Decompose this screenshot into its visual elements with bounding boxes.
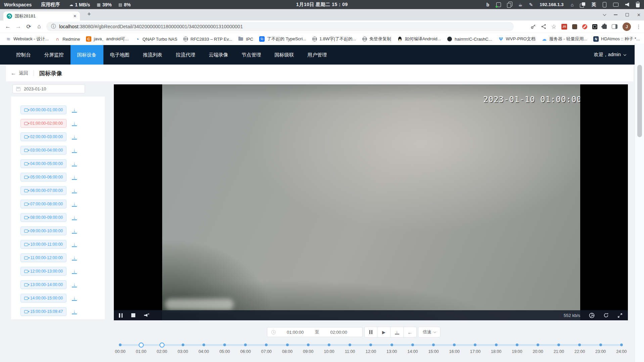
segment-button[interactable]: 11:00:00-12:00:00	[20, 253, 66, 262]
tab-close-icon[interactable]: ✕	[73, 14, 77, 18]
workspaces-button[interactable]: Workspaces	[4, 2, 32, 7]
fullscreen-icon[interactable]	[617, 313, 623, 318]
timeline-hour-dot[interactable]	[516, 344, 518, 346]
bookmark-item[interactable]: ☁ 服务器 - 轻量应用...	[539, 36, 590, 42]
nav-cloud-recording[interactable]: 云端录像	[202, 45, 235, 65]
snapshot-aperture-icon[interactable]	[589, 313, 595, 318]
bookmark-item[interactable]: Ψ WVP-PRO文档	[495, 36, 539, 42]
pause-icon[interactable]	[119, 313, 123, 318]
site-info-icon[interactable]: ⓘ	[51, 24, 56, 30]
timeline-hour-dot[interactable]	[119, 344, 122, 346]
forward-button[interactable]: →	[13, 23, 24, 30]
nav-pull-stream-proxy[interactable]: 拉流代理	[169, 45, 202, 65]
download-segment-icon[interactable]: ↓	[72, 296, 77, 301]
pause-button[interactable]	[364, 327, 377, 337]
timeline-hour-dot[interactable]	[432, 344, 435, 346]
extensions-puzzle-icon[interactable]	[602, 25, 607, 29]
segment-button[interactable]: 06:00:00-07:00:00	[20, 186, 66, 195]
start-time-value[interactable]: 01:00:00	[276, 330, 315, 335]
adblocker-icon[interactable]	[582, 24, 587, 29]
screenshot-extension-icon[interactable]	[592, 24, 597, 29]
timeline-hour-dot[interactable]	[265, 344, 268, 346]
download-segment-icon[interactable]: ↓	[72, 242, 77, 247]
timeline-hour-dot[interactable]	[349, 344, 351, 346]
bookmark-item[interactable]: 知 了不起的 TypeScri...	[256, 36, 309, 42]
bookmark-item[interactable]: N HDAtmos :: 种子 *...	[590, 36, 643, 42]
back-button[interactable]: ←	[3, 23, 13, 30]
applications-menu[interactable]: 应用程序	[41, 2, 60, 8]
timeline-hour-dot[interactable]	[390, 344, 393, 346]
timeline-hour-dot[interactable]	[286, 344, 289, 346]
nav-user-management[interactable]: 用户管理	[301, 45, 334, 65]
download-segment-icon[interactable]: ↓	[72, 255, 77, 260]
key-icon[interactable]	[531, 24, 536, 29]
clock[interactable]: 1月10日 星期二 15：09	[296, 2, 348, 8]
address-bar[interactable]: ⓘ localhost:38080/#/gbRecordDetail/34020…	[46, 22, 514, 31]
download-segment-icon[interactable]: ↓	[72, 282, 77, 287]
input-method-indicator[interactable]: 英	[592, 2, 596, 8]
display-icon[interactable]	[613, 2, 618, 8]
timeline-hour-dot[interactable]	[495, 344, 498, 346]
nav-gb-cascade[interactable]: 国标级联	[268, 45, 301, 65]
download-segment-icon[interactable]: ↓	[72, 188, 77, 193]
share-icon[interactable]	[541, 24, 546, 29]
download-segment-icon[interactable]: ↓	[72, 215, 77, 220]
timeline-hour-dot[interactable]	[411, 344, 414, 346]
extension-icon[interactable]	[572, 24, 577, 29]
time-range-input[interactable]: 01:00:00 至 02:00:00	[267, 327, 363, 337]
segment-button[interactable]: 08:00:00-09:00:00	[20, 213, 66, 222]
bookmark-item[interactable]: 免登录复制	[359, 36, 394, 42]
bing-icon[interactable]: b	[486, 2, 490, 8]
pen-icon[interactable]: ✎	[529, 2, 533, 8]
maximize-button[interactable]	[626, 13, 629, 16]
segment-button[interactable]: 05:00:00-06:00:00	[20, 173, 66, 182]
bookmark-item[interactable]: 1.8W字|了不起的...	[309, 36, 359, 42]
user-menu[interactable]: 欢迎，admin	[594, 52, 626, 58]
mute-icon[interactable]	[144, 313, 149, 318]
timeline-end-handle[interactable]	[159, 343, 165, 348]
url-text[interactable]: localhost:38080/#/gbRecordDetail/3402000…	[59, 24, 243, 29]
timeline-hour-dot[interactable]	[557, 344, 560, 346]
segment-button[interactable]: 00:00:00-01:00:00	[20, 106, 66, 114]
timeline-hour-dot[interactable]	[620, 344, 623, 346]
nav-push-stream-list[interactable]: 推流列表	[136, 45, 169, 65]
segment-button[interactable]: 15:00:00-15:09:47	[20, 307, 66, 316]
date-picker[interactable]: 2023-01-10	[12, 84, 85, 93]
download-segment-icon[interactable]: ↓	[72, 121, 77, 126]
volume-icon[interactable]	[625, 2, 629, 8]
bookmark-item[interactable]: ∩ Redmine	[52, 36, 83, 42]
bookmark-item[interactable]: IPC	[235, 36, 256, 42]
nav-electronic-map[interactable]: 电子地图	[103, 45, 136, 65]
segment-button[interactable]: 02:00:00-03:00:00	[20, 132, 66, 141]
clipboard-icon[interactable]	[507, 2, 512, 8]
scrollbar-thumb[interactable]	[637, 65, 642, 137]
new-tab-button[interactable]: +	[87, 11, 91, 18]
windows-icon[interactable]	[581, 2, 585, 8]
segment-button[interactable]: 10:00:00-11:00:00	[20, 240, 66, 249]
download-segment-icon[interactable]: ↓	[72, 202, 77, 207]
segment-button[interactable]: 01:00:00-02:00:00	[20, 119, 66, 128]
refresh-icon[interactable]	[603, 313, 609, 318]
play-button[interactable]: ▶	[377, 327, 390, 337]
stop-icon[interactable]	[131, 313, 135, 317]
phone-link-icon[interactable]	[602, 2, 607, 8]
nav-gb-devices[interactable]: 国标设备	[71, 45, 103, 65]
back-link[interactable]: ← 返回	[11, 70, 28, 76]
timeline-hour-dot[interactable]	[369, 344, 372, 346]
browser-tab[interactable]: 国标28181 ✕	[3, 11, 80, 21]
timeline-hour-dot[interactable]	[202, 344, 205, 346]
side-panel-icon[interactable]	[612, 24, 617, 29]
timeline-hour-dot[interactable]	[328, 344, 330, 346]
segment-button[interactable]: 07:00:00-08:00:00	[20, 200, 66, 208]
timeline-start-handle[interactable]	[139, 343, 144, 348]
segment-button[interactable]: 04:00:00-05:00:00	[20, 159, 66, 168]
bookmark-item[interactable]: hairrrrr/C-CrashC...	[444, 36, 495, 42]
download-segment-icon[interactable]: ↓	[72, 148, 77, 153]
minimize-button[interactable]	[614, 14, 617, 15]
battery-icon[interactable]	[636, 2, 640, 8]
timeline-hour-dot[interactable]	[578, 344, 581, 346]
download-segment-icon[interactable]: ↓	[72, 229, 77, 234]
video-content[interactable]: 2023-01-10 01:00:00 星期二	[162, 84, 580, 320]
scrollbar[interactable]	[635, 43, 644, 362]
seek-back-button[interactable]: ←	[404, 327, 417, 337]
